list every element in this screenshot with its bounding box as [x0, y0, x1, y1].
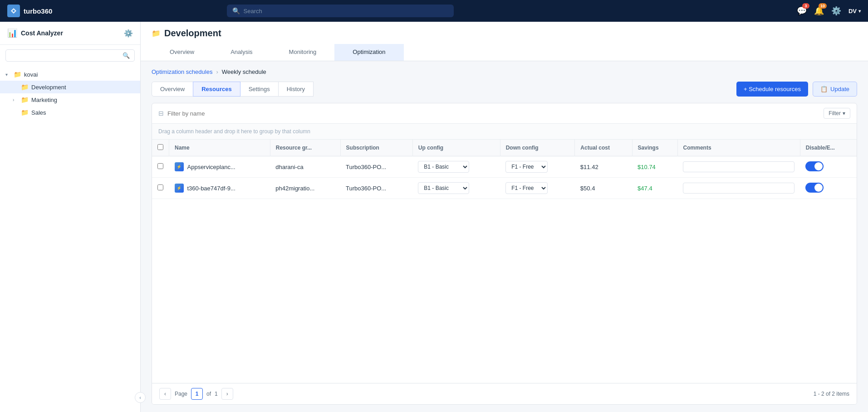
toggle-cell[interactable] — [800, 178, 857, 199]
comments-cell[interactable] — [677, 178, 800, 199]
update-label: Update — [830, 86, 849, 92]
page-title: Development — [164, 28, 221, 39]
pagination-bar: ‹ Page 1 of 1 › 1 - 2 of 2 items — [152, 383, 857, 404]
down-config-cell[interactable]: F1 - Free B1 - Basic — [500, 178, 575, 199]
messages-button[interactable]: 💬 3 — [797, 6, 807, 16]
tab-analysis[interactable]: Analysis — [212, 44, 270, 61]
sidebar-tree: ▾ 📁 kovai 📁 Development › 📁 Marketing 📁 … — [0, 66, 140, 412]
sidebar-item-development[interactable]: 📁 Development — [0, 81, 140, 93]
down-config-select[interactable]: F1 - Free B1 - Basic — [505, 161, 548, 173]
tab-optimization[interactable]: Optimization — [334, 44, 403, 61]
comment-input[interactable] — [683, 183, 794, 194]
up-config-select[interactable]: B1 - Basic B2 - Basic S1 - Standard — [418, 182, 469, 194]
sidebar-header: 📊 Cost Analyzer ⚙️ — [0, 22, 140, 45]
main-tabs: Overview Analysis Monitoring Optimizatio… — [152, 44, 857, 61]
subscription-cell: Turbo360-PO... — [340, 178, 412, 199]
col-header-name[interactable]: Name — [169, 140, 270, 156]
folder-red-icon: 📁 — [14, 71, 21, 78]
filter-button[interactable]: Filter ▾ — [824, 108, 850, 119]
col-header-subscription[interactable]: Subscription — [340, 140, 412, 156]
resource-group-cell: dharani-ca — [270, 156, 340, 178]
enable-toggle[interactable] — [805, 161, 824, 171]
col-header-down-config[interactable]: Down config — [500, 140, 575, 156]
actual-cost-cell: $50.4 — [575, 178, 632, 199]
sidebar-item-marketing[interactable]: › 📁 Marketing — [0, 93, 140, 106]
up-config-select[interactable]: B1 - Basic B2 - Basic S1 - Standard — [418, 161, 469, 173]
search-icon: 🔍 — [232, 7, 240, 15]
folder-blue-icon: 📁 — [21, 109, 29, 116]
filter-input[interactable] — [167, 110, 820, 117]
sub-tab-actions: + Schedule resources 📋 Update — [736, 82, 857, 97]
filter-chevron-icon: ▾ — [843, 110, 845, 116]
col-header-disable[interactable]: Disable/E... — [800, 140, 857, 156]
resource-type-icon: ⚡ — [175, 184, 184, 193]
tab-overview[interactable]: Overview — [152, 44, 212, 61]
sub-tab-settings[interactable]: Settings — [240, 82, 279, 97]
alerts-badge: 10 — [819, 3, 827, 9]
settings-button[interactable]: ⚙️ — [831, 6, 841, 16]
app-name: turbo360 — [24, 7, 52, 15]
main-content: 📁 Development Overview Analysis Monitori… — [141, 22, 868, 412]
filter-bar: ⊟ Filter ▾ — [152, 103, 857, 124]
schedule-resources-button[interactable]: + Schedule resources — [736, 82, 808, 97]
row-checkbox[interactable] — [157, 163, 163, 169]
subscription-cell: Turbo360-PO... — [340, 156, 412, 178]
col-header-actual-cost[interactable]: Actual cost — [575, 140, 632, 156]
toggle-cell[interactable] — [800, 156, 857, 178]
breadcrumb: Optimization schedules › Weekly schedule — [152, 68, 857, 75]
table-row: ⚡ t360-bae747df-9... ph42migratio... Tur… — [152, 178, 857, 199]
prev-page-button[interactable]: ‹ — [159, 388, 171, 400]
row-checkbox-cell[interactable] — [152, 178, 169, 199]
col-header-up-config[interactable]: Up config — [412, 140, 500, 156]
resource-name-text: t360-bae747df-9... — [187, 185, 235, 192]
search-input[interactable] — [244, 8, 448, 15]
nav-actions: 💬 3 🔔 10 ⚙️ DV ▾ — [797, 6, 861, 16]
row-checkbox-cell[interactable] — [152, 156, 169, 178]
table-header-row: Name Resource gr... Subscription Up conf… — [152, 140, 857, 156]
sidebar-search-input[interactable] — [10, 53, 120, 59]
sub-tab-overview[interactable]: Overview — [152, 82, 193, 97]
sub-tab-history[interactable]: History — [278, 82, 314, 97]
col-header-comments[interactable]: Comments — [677, 140, 800, 156]
sidebar-item-label: Marketing — [31, 97, 57, 103]
down-config-select[interactable]: F1 - Free B1 - Basic — [505, 182, 548, 194]
user-menu[interactable]: DV ▾ — [848, 8, 861, 15]
search-container: 🔍 — [227, 5, 454, 17]
breadcrumb-separator: › — [216, 68, 218, 75]
update-button[interactable]: 📋 Update — [813, 82, 857, 97]
select-all-checkbox[interactable] — [157, 144, 163, 150]
sidebar-item-sales[interactable]: 📁 Sales — [0, 106, 140, 119]
tab-monitoring[interactable]: Monitoring — [271, 44, 335, 61]
col-header-resource-group[interactable]: Resource gr... — [270, 140, 340, 156]
page-label: Page — [175, 391, 187, 397]
sidebar-search-box: 🔍 — [5, 49, 135, 62]
app-logo[interactable]: turbo360 — [7, 5, 52, 17]
comments-cell[interactable] — [677, 156, 800, 178]
savings-value: $10.74 — [638, 164, 656, 170]
down-config-cell[interactable]: F1 - Free B1 - Basic — [500, 156, 575, 178]
notifications-button[interactable]: 🔔 10 — [814, 6, 824, 16]
sidebar-settings-icon[interactable]: ⚙️ — [124, 29, 133, 38]
select-all-header[interactable] — [152, 140, 169, 156]
col-header-savings[interactable]: Savings — [632, 140, 677, 156]
up-config-cell[interactable]: B1 - Basic B2 - Basic S1 - Standard — [412, 156, 500, 178]
gear-icon: ⚙️ — [831, 6, 841, 16]
next-page-button[interactable]: › — [221, 388, 233, 400]
comment-input[interactable] — [683, 161, 794, 172]
savings-cell: $10.74 — [632, 156, 677, 178]
sub-tab-resources[interactable]: Resources — [193, 82, 240, 97]
row-checkbox[interactable] — [157, 184, 163, 190]
filter-label: Filter — [829, 110, 841, 116]
resource-name-cell: ⚡ Appserviceplanc... — [169, 156, 270, 178]
of-label: of — [206, 391, 211, 397]
table-row: ⚡ Appserviceplanc... dharani-ca Turbo360… — [152, 156, 857, 178]
sidebar-search-icon: 🔍 — [123, 52, 130, 59]
resource-name-text: Appserviceplanc... — [187, 164, 235, 170]
enable-toggle[interactable] — [805, 183, 824, 193]
breadcrumb-parent-link[interactable]: Optimization schedules — [152, 68, 212, 75]
sidebar-collapse-button[interactable]: ‹ — [135, 392, 146, 403]
sidebar-item-kovai[interactable]: ▾ 📁 kovai — [0, 68, 140, 81]
resources-table-area: ⊟ Filter ▾ Drag a column header and drop… — [152, 103, 857, 405]
up-config-cell[interactable]: B1 - Basic B2 - Basic S1 - Standard — [412, 178, 500, 199]
resource-group-cell: ph42migratio... — [270, 178, 340, 199]
